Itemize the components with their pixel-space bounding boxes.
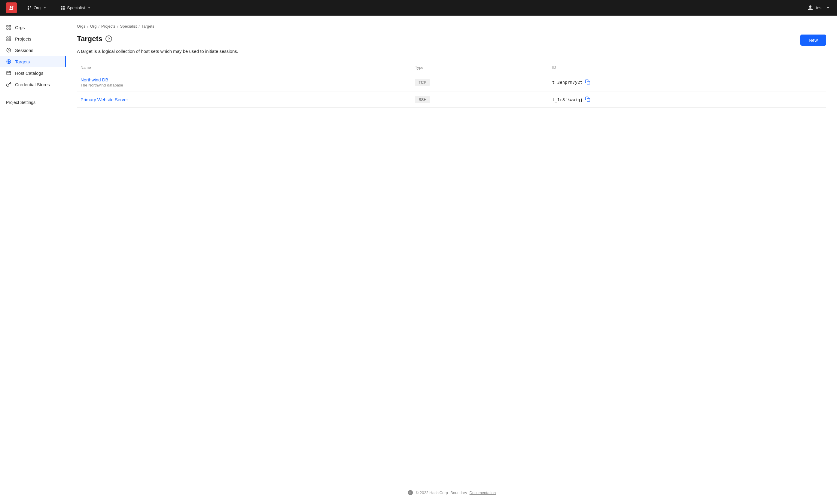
type-badge-1: SSH xyxy=(415,96,430,103)
sidebar: Orgs Projects Sessions Targets Host Cata… xyxy=(0,16,66,504)
table-row: Northwind DB The Northwind database TCP … xyxy=(77,73,826,92)
credential-stores-icon xyxy=(6,82,12,87)
svg-rect-9 xyxy=(6,28,8,30)
user-menu[interactable]: test xyxy=(807,5,831,11)
svg-rect-4 xyxy=(61,8,63,10)
breadcrumb-orgs[interactable]: Orgs xyxy=(77,24,85,29)
svg-rect-5 xyxy=(64,6,65,7)
svg-rect-11 xyxy=(6,37,8,38)
targets-icon xyxy=(6,59,12,64)
target-name-link-0[interactable]: Northwind DB xyxy=(81,77,408,82)
table-body: Northwind DB The Northwind database TCP … xyxy=(77,73,826,108)
copy-id-button-0[interactable] xyxy=(585,79,590,86)
svg-rect-1 xyxy=(28,8,29,10)
sidebar-item-orgs[interactable]: Orgs xyxy=(0,22,66,33)
host-catalogs-icon xyxy=(6,70,12,76)
svg-rect-19 xyxy=(6,71,11,75)
svg-rect-7 xyxy=(6,25,8,27)
target-desc-0: The Northwind database xyxy=(81,83,408,87)
sidebar-divider xyxy=(0,94,66,94)
sidebar-item-sessions[interactable]: Sessions xyxy=(0,44,66,56)
target-name-link-1[interactable]: Primary Website Server xyxy=(81,97,408,102)
footer: © 2022 HashiCorp Boundary Documentation xyxy=(77,478,826,496)
cell-id-0: t_3enprm7y2t xyxy=(549,73,826,92)
sidebar-item-host-catalogs[interactable]: Host Catalogs xyxy=(0,67,66,79)
svg-rect-8 xyxy=(9,25,11,27)
footer-product: Boundary xyxy=(450,490,467,495)
table-header: Name Type ID xyxy=(77,62,826,73)
orgs-icon xyxy=(6,25,12,30)
table-row: Primary Website Server SSH t_1r8fkwwiqj xyxy=(77,92,826,108)
svg-rect-6 xyxy=(64,8,65,10)
breadcrumb-specialist[interactable]: Specialist xyxy=(120,24,137,29)
help-icon[interactable]: ? xyxy=(105,35,112,42)
layout: Orgs Projects Sessions Targets Host Cata… xyxy=(0,16,837,504)
cell-type-1: SSH xyxy=(411,92,549,108)
breadcrumb-projects[interactable]: Projects xyxy=(101,24,115,29)
sidebar-item-targets[interactable]: Targets xyxy=(0,56,66,67)
svg-rect-13 xyxy=(6,39,8,41)
svg-rect-14 xyxy=(9,39,11,41)
svg-rect-21 xyxy=(587,98,590,102)
main-content: Orgs / Org / Projects / Specialist / Tar… xyxy=(66,16,837,504)
col-header-id: ID xyxy=(549,62,826,73)
top-navigation: B Org Specialist test xyxy=(0,0,837,16)
page-title-row: Targets ? xyxy=(77,35,112,43)
col-header-type: Type xyxy=(411,62,549,73)
cell-id-1: t_1r8fkwwiqj xyxy=(549,92,826,108)
sessions-icon xyxy=(6,48,12,53)
target-id-1: t_1r8fkwwiqj xyxy=(552,97,583,102)
svg-rect-2 xyxy=(30,6,31,7)
footer-copyright: © 2022 HashiCorp xyxy=(416,490,448,495)
svg-rect-12 xyxy=(9,37,11,38)
sidebar-project-settings[interactable]: Project Settings xyxy=(0,97,66,107)
brand-logo[interactable]: B xyxy=(6,2,17,13)
type-badge-0: TCP xyxy=(415,79,430,86)
specialist-dropdown[interactable]: Specialist xyxy=(57,4,95,12)
col-header-name: Name xyxy=(77,62,411,73)
target-id-0: t_3enprm7y2t xyxy=(552,80,583,85)
svg-rect-10 xyxy=(9,28,11,30)
cell-type-0: TCP xyxy=(411,73,549,92)
cell-name-1: Primary Website Server xyxy=(77,92,411,108)
sidebar-item-projects[interactable]: Projects xyxy=(0,33,66,44)
breadcrumb-org[interactable]: Org xyxy=(90,24,97,29)
breadcrumb-targets: Targets xyxy=(142,24,155,29)
svg-rect-20 xyxy=(587,81,590,84)
new-button[interactable]: New xyxy=(800,35,826,46)
svg-point-18 xyxy=(8,61,9,62)
hashicorp-logo xyxy=(407,490,413,496)
page-description: A target is a logical collection of host… xyxy=(77,49,826,54)
svg-rect-0 xyxy=(28,6,29,7)
targets-table: Name Type ID Northwind DB The Northwind … xyxy=(77,62,826,108)
page-title: Targets xyxy=(77,35,103,43)
copy-id-button-1[interactable] xyxy=(585,96,590,103)
org-dropdown[interactable]: Org xyxy=(24,4,50,12)
topnav-left: B Org Specialist xyxy=(6,2,95,13)
footer-docs-link[interactable]: Documentation xyxy=(469,490,496,495)
sidebar-item-credential-stores[interactable]: Credential Stores xyxy=(0,79,66,90)
page-header: Targets ? New xyxy=(77,35,826,46)
breadcrumb: Orgs / Org / Projects / Specialist / Tar… xyxy=(77,24,826,29)
cell-name-0: Northwind DB The Northwind database xyxy=(77,73,411,92)
projects-icon xyxy=(6,36,12,41)
svg-rect-3 xyxy=(61,6,63,7)
